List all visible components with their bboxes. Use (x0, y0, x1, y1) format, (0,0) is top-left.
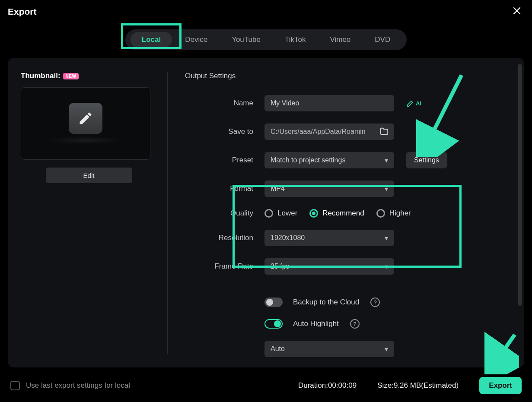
use-last-settings-checkbox[interactable] (10, 381, 20, 390)
export-button[interactable]: Export (479, 377, 522, 394)
folder-icon (379, 127, 389, 136)
thumbnail-preview[interactable] (21, 87, 150, 160)
scrollbar-thumb[interactable] (518, 64, 522, 306)
quality-label: Quality (185, 209, 264, 218)
preset-select[interactable]: Match to project settings ▾ (264, 152, 394, 168)
quality-higher-radio[interactable]: Higher (376, 209, 411, 218)
format-select[interactable]: MP4 ▾ (264, 180, 394, 197)
frame-rate-label: Frame Rate (185, 262, 264, 271)
thumbnail-shadow (47, 136, 124, 144)
backup-cloud-toggle[interactable] (264, 298, 283, 307)
tab-local[interactable]: Local (131, 32, 172, 47)
auto-highlight-toggle[interactable] (264, 319, 283, 329)
auto-highlight-label: Auto Highlight (293, 320, 339, 328)
edit-thumbnail-icon (69, 103, 102, 134)
tab-dvd[interactable]: DVD (363, 32, 401, 47)
close-button[interactable] (510, 4, 524, 19)
tab-tiktok[interactable]: TikTok (274, 32, 317, 47)
backup-cloud-label: Backup to the Cloud (293, 298, 359, 307)
chevron-down-icon: ▾ (385, 185, 388, 193)
browse-folder-button[interactable] (379, 127, 389, 137)
tab-device[interactable]: Device (174, 32, 219, 47)
format-label: Format (185, 184, 264, 193)
window-title: Export (8, 6, 37, 17)
close-icon (513, 7, 521, 15)
new-badge: NEW (63, 73, 79, 79)
chevron-down-icon: ▾ (385, 263, 388, 271)
scrollbar[interactable] (518, 64, 522, 361)
radio-icon (264, 209, 273, 218)
frame-rate-select[interactable]: 25 fps ▾ (264, 258, 394, 275)
quality-recommend-radio[interactable]: Recommend (309, 209, 364, 218)
backup-help-button[interactable]: ? (370, 298, 380, 307)
chevron-down-icon: ▾ (385, 234, 388, 242)
output-settings-heading: Output Settings (185, 72, 511, 80)
preset-settings-button[interactable]: Settings (406, 152, 447, 168)
resolution-label: Resolution (185, 234, 264, 242)
auto-highlight-help-button[interactable]: ? (350, 319, 360, 329)
quality-lower-radio[interactable]: Lower (264, 209, 297, 218)
resolution-select[interactable]: 1920x1080 ▾ (264, 230, 394, 246)
chevron-down-icon: ▾ (385, 345, 388, 353)
divider (226, 287, 511, 287)
ai-name-button[interactable]: AI (406, 99, 421, 108)
name-label: Name (185, 99, 264, 108)
duration-text: Duration:00:00:09 (298, 381, 357, 390)
tab-vimeo[interactable]: Vimeo (319, 32, 362, 47)
tab-youtube[interactable]: YouTube (220, 32, 272, 47)
name-input[interactable] (264, 95, 394, 111)
preset-label: Preset (185, 156, 264, 165)
thumbnail-label: Thumbnail: (21, 72, 61, 80)
radio-checked-icon (309, 209, 318, 218)
save-path-field[interactable]: C:/Users/aaa/AppData/Roamin (264, 123, 394, 140)
export-tabs: Local Device YouTube TikTok Vimeo DVD (125, 29, 407, 50)
edit-thumbnail-button[interactable]: Edit (46, 168, 132, 183)
size-text: Size:9.26 MB(Estimated) (377, 381, 459, 390)
radio-icon (376, 209, 385, 218)
auto-highlight-mode-select[interactable]: Auto ▾ (264, 341, 394, 357)
pencil-ai-icon (406, 99, 415, 108)
use-last-settings-label: Use last export settings for local (26, 381, 130, 390)
save-to-label: Save to (185, 127, 264, 136)
chevron-down-icon: ▾ (385, 156, 388, 165)
